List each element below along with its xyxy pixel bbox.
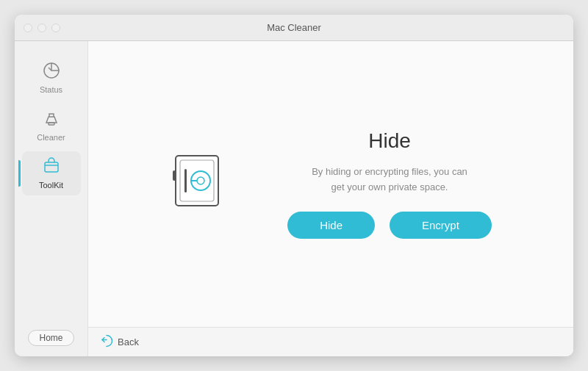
status-icon <box>43 62 60 82</box>
main-area: Status Cleaner <box>15 41 573 356</box>
cleaner-icon <box>43 109 60 130</box>
back-label: Back <box>118 336 139 347</box>
content-area: Hide By hiding or encrypting files, you … <box>88 41 573 356</box>
action-buttons: Hide Encrypt <box>287 212 492 239</box>
title-bar: Mac Cleaner <box>15 15 573 41</box>
bottom-bar: Back <box>88 327 573 356</box>
content-description: By hiding or encrypting files, you can g… <box>309 165 470 195</box>
sidebar-item-toolkit[interactable]: ToolKit <box>22 151 81 195</box>
svg-rect-0 <box>49 123 54 125</box>
sidebar-item-cleaner-label: Cleaner <box>37 133 65 142</box>
safe-icon-area <box>170 150 229 219</box>
maximize-button[interactable] <box>51 24 60 32</box>
encrypt-button[interactable]: Encrypt <box>390 212 492 239</box>
home-button[interactable]: Home <box>28 330 74 346</box>
close-button[interactable] <box>24 24 32 32</box>
sidebar-item-status-label: Status <box>40 85 62 94</box>
app-window: Mac Cleaner Status <box>15 15 573 356</box>
sidebar-item-status[interactable]: Status <box>22 56 81 100</box>
hide-button[interactable]: Hide <box>287 212 375 239</box>
home-button-container: Home <box>15 323 87 356</box>
svg-rect-4 <box>173 170 176 181</box>
svg-rect-1 <box>45 162 58 172</box>
back-icon <box>100 334 113 350</box>
window-title: Mac Cleaner <box>267 22 321 33</box>
safe-icon <box>170 150 229 216</box>
svg-rect-9 <box>184 169 187 192</box>
sidebar: Status Cleaner <box>15 41 88 356</box>
info-area: Hide By hiding or encrypting files, you … <box>287 129 492 239</box>
minimize-button[interactable] <box>37 24 46 32</box>
sidebar-item-toolkit-label: ToolKit <box>39 181 63 190</box>
content-main: Hide By hiding or encrypting files, you … <box>88 41 573 327</box>
toolkit-icon <box>43 157 60 178</box>
traffic-lights <box>24 24 60 32</box>
content-title: Hide <box>368 129 411 153</box>
back-button[interactable]: Back <box>100 334 139 350</box>
sidebar-item-cleaner[interactable]: Cleaner <box>22 104 81 148</box>
